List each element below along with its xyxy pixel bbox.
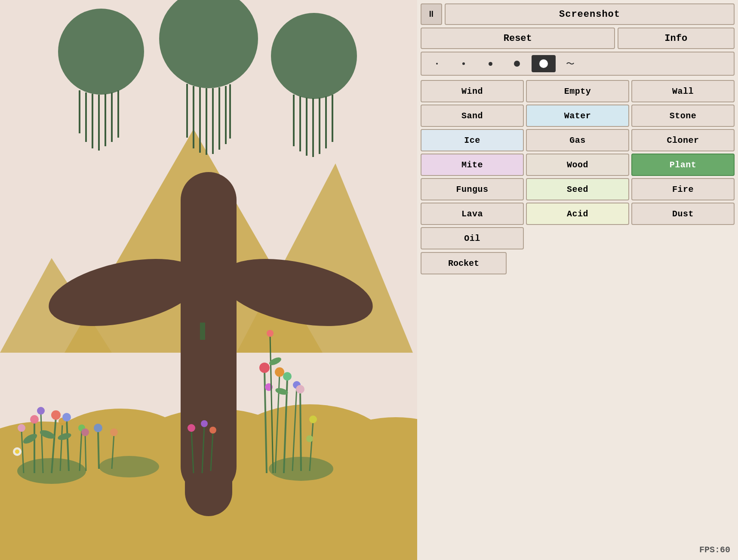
rocket-row: Rocket (421, 252, 735, 274)
svg-point-84 (94, 424, 102, 432)
svg-point-67 (259, 363, 270, 373)
element-btn-wood[interactable]: Wood (526, 154, 629, 176)
svg-point-69 (275, 367, 284, 377)
svg-point-45 (37, 407, 45, 415)
brush-size-1[interactable] (425, 55, 449, 72)
element-btn-acid[interactable]: Acid (526, 203, 629, 225)
reset-button[interactable]: Reset (421, 28, 615, 49)
svg-point-78 (309, 415, 317, 423)
element-btn-seed[interactable]: Seed (526, 178, 629, 200)
element-btn-sand[interactable]: Sand (421, 105, 524, 127)
svg-point-44 (30, 415, 39, 424)
brush-size-4[interactable] (505, 55, 529, 72)
control-panel: ⏸ Screenshot Reset Info 〜 WindEmptyWallS… (417, 0, 738, 560)
element-grid: WindEmptyWallSandWaterStoneIceGasClonerM… (421, 80, 735, 249)
element-btn-gas[interactable]: Gas (526, 129, 629, 151)
svg-point-74 (267, 330, 274, 337)
svg-line-81 (98, 430, 99, 469)
svg-point-16 (271, 13, 357, 99)
element-btn-mite[interactable]: Mite (421, 154, 524, 176)
brush-size-5[interactable] (532, 55, 556, 72)
svg-point-50 (18, 424, 25, 432)
top-toolbar: ⏸ Screenshot (421, 3, 735, 25)
element-btn-oil[interactable]: Oil (421, 227, 524, 249)
element-btn-cloner[interactable]: Cloner (631, 129, 735, 151)
brush-size-2[interactable] (452, 55, 476, 72)
svg-point-48 (62, 413, 71, 422)
element-btn-stone[interactable]: Stone (631, 105, 735, 127)
svg-point-14 (58, 9, 144, 95)
element-btn-ice[interactable]: Ice (421, 129, 524, 151)
brush-size-3[interactable] (478, 55, 502, 72)
svg-rect-91 (200, 323, 205, 340)
svg-point-72 (296, 385, 304, 394)
svg-point-79 (306, 435, 313, 442)
brush-mode-line[interactable]: 〜 (558, 55, 582, 72)
element-btn-water[interactable]: Water (526, 105, 629, 127)
svg-line-80 (85, 434, 86, 471)
simulation-canvas[interactable] (0, 0, 417, 560)
pause-button[interactable]: ⏸ (421, 3, 442, 25)
element-btn-plant[interactable]: Plant (631, 154, 735, 176)
element-btn-fungus[interactable]: Fungus (421, 178, 524, 200)
screenshot-button[interactable]: Screenshot (445, 3, 735, 25)
brush-size-row: 〜 (421, 52, 735, 76)
svg-point-89 (99, 456, 159, 477)
second-toolbar: Reset Info (421, 28, 735, 49)
svg-point-61 (209, 427, 216, 434)
svg-point-83 (81, 428, 89, 436)
svg-rect-11 (185, 301, 232, 516)
svg-point-46 (51, 410, 61, 420)
rocket-button[interactable]: Rocket (421, 252, 507, 274)
svg-point-58 (188, 424, 195, 432)
fps-counter: FPS:60 (699, 545, 730, 555)
element-btn-wind[interactable]: Wind (421, 80, 524, 102)
svg-point-87 (15, 449, 19, 454)
element-btn-lava[interactable]: Lava (421, 203, 524, 225)
svg-point-85 (110, 428, 118, 436)
info-button[interactable]: Info (618, 28, 735, 49)
svg-point-59 (201, 420, 208, 427)
svg-point-88 (17, 458, 86, 484)
svg-point-90 (269, 457, 333, 481)
element-btn-dust[interactable]: Dust (631, 203, 735, 225)
element-btn-fire[interactable]: Fire (631, 178, 735, 200)
element-btn-wall[interactable]: Wall (631, 80, 735, 102)
element-btn-empty[interactable]: Empty (526, 80, 629, 102)
svg-point-70 (283, 372, 292, 381)
